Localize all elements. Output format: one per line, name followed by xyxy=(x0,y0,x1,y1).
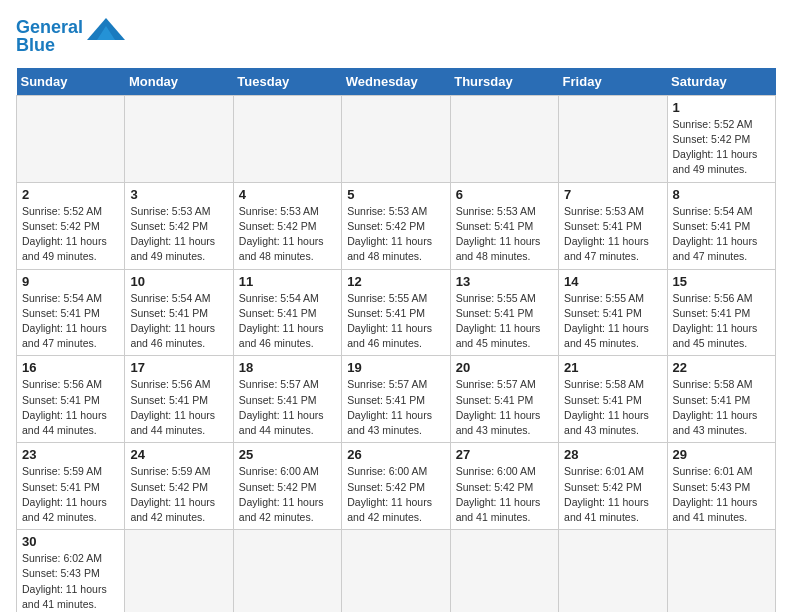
calendar-header-row: SundayMondayTuesdayWednesdayThursdayFrid… xyxy=(17,68,776,96)
day-info: Sunrise: 5:56 AM Sunset: 5:41 PM Dayligh… xyxy=(130,377,227,438)
day-info: Sunrise: 5:54 AM Sunset: 5:41 PM Dayligh… xyxy=(673,204,770,265)
calendar-cell: 9Sunrise: 5:54 AM Sunset: 5:41 PM Daylig… xyxy=(17,269,125,356)
day-number: 1 xyxy=(673,100,770,115)
calendar-cell xyxy=(125,530,233,612)
day-info: Sunrise: 5:53 AM Sunset: 5:42 PM Dayligh… xyxy=(130,204,227,265)
calendar-cell: 12Sunrise: 5:55 AM Sunset: 5:41 PM Dayli… xyxy=(342,269,450,356)
day-number: 24 xyxy=(130,447,227,462)
calendar-cell: 7Sunrise: 5:53 AM Sunset: 5:41 PM Daylig… xyxy=(559,182,667,269)
day-header-sunday: Sunday xyxy=(17,68,125,96)
calendar-cell: 17Sunrise: 5:56 AM Sunset: 5:41 PM Dayli… xyxy=(125,356,233,443)
day-number: 10 xyxy=(130,274,227,289)
day-number: 12 xyxy=(347,274,444,289)
calendar-cell xyxy=(559,530,667,612)
day-info: Sunrise: 5:59 AM Sunset: 5:41 PM Dayligh… xyxy=(22,464,119,525)
day-info: Sunrise: 5:56 AM Sunset: 5:41 PM Dayligh… xyxy=(673,291,770,352)
calendar-body: 1Sunrise: 5:52 AM Sunset: 5:42 PM Daylig… xyxy=(17,95,776,612)
calendar-cell: 15Sunrise: 5:56 AM Sunset: 5:41 PM Dayli… xyxy=(667,269,775,356)
day-info: Sunrise: 5:53 AM Sunset: 5:41 PM Dayligh… xyxy=(564,204,661,265)
day-number: 18 xyxy=(239,360,336,375)
day-info: Sunrise: 5:58 AM Sunset: 5:41 PM Dayligh… xyxy=(564,377,661,438)
calendar-cell: 25Sunrise: 6:00 AM Sunset: 5:42 PM Dayli… xyxy=(233,443,341,530)
day-number: 5 xyxy=(347,187,444,202)
day-info: Sunrise: 5:54 AM Sunset: 5:41 PM Dayligh… xyxy=(130,291,227,352)
calendar-cell: 27Sunrise: 6:00 AM Sunset: 5:42 PM Dayli… xyxy=(450,443,558,530)
day-header-tuesday: Tuesday xyxy=(233,68,341,96)
day-info: Sunrise: 5:59 AM Sunset: 5:42 PM Dayligh… xyxy=(130,464,227,525)
day-number: 4 xyxy=(239,187,336,202)
day-number: 25 xyxy=(239,447,336,462)
day-info: Sunrise: 6:00 AM Sunset: 5:42 PM Dayligh… xyxy=(456,464,553,525)
calendar-week-1: 1Sunrise: 5:52 AM Sunset: 5:42 PM Daylig… xyxy=(17,95,776,182)
calendar-table: SundayMondayTuesdayWednesdayThursdayFrid… xyxy=(16,68,776,612)
day-header-friday: Friday xyxy=(559,68,667,96)
day-info: Sunrise: 5:52 AM Sunset: 5:42 PM Dayligh… xyxy=(22,204,119,265)
day-header-wednesday: Wednesday xyxy=(342,68,450,96)
day-info: Sunrise: 5:52 AM Sunset: 5:42 PM Dayligh… xyxy=(673,117,770,178)
day-number: 27 xyxy=(456,447,553,462)
day-number: 23 xyxy=(22,447,119,462)
calendar-week-5: 23Sunrise: 5:59 AM Sunset: 5:41 PM Dayli… xyxy=(17,443,776,530)
calendar-cell xyxy=(450,530,558,612)
day-number: 15 xyxy=(673,274,770,289)
day-number: 22 xyxy=(673,360,770,375)
day-info: Sunrise: 6:00 AM Sunset: 5:42 PM Dayligh… xyxy=(239,464,336,525)
calendar-cell: 19Sunrise: 5:57 AM Sunset: 5:41 PM Dayli… xyxy=(342,356,450,443)
calendar-cell xyxy=(667,530,775,612)
day-info: Sunrise: 5:54 AM Sunset: 5:41 PM Dayligh… xyxy=(22,291,119,352)
day-info: Sunrise: 5:57 AM Sunset: 5:41 PM Dayligh… xyxy=(347,377,444,438)
day-info: Sunrise: 5:53 AM Sunset: 5:42 PM Dayligh… xyxy=(239,204,336,265)
calendar-cell: 18Sunrise: 5:57 AM Sunset: 5:41 PM Dayli… xyxy=(233,356,341,443)
day-info: Sunrise: 6:00 AM Sunset: 5:42 PM Dayligh… xyxy=(347,464,444,525)
calendar-cell: 3Sunrise: 5:53 AM Sunset: 5:42 PM Daylig… xyxy=(125,182,233,269)
day-number: 8 xyxy=(673,187,770,202)
calendar-cell: 23Sunrise: 5:59 AM Sunset: 5:41 PM Dayli… xyxy=(17,443,125,530)
day-number: 6 xyxy=(456,187,553,202)
day-info: Sunrise: 5:57 AM Sunset: 5:41 PM Dayligh… xyxy=(239,377,336,438)
day-number: 21 xyxy=(564,360,661,375)
day-info: Sunrise: 5:53 AM Sunset: 5:41 PM Dayligh… xyxy=(456,204,553,265)
day-info: Sunrise: 5:56 AM Sunset: 5:41 PM Dayligh… xyxy=(22,377,119,438)
day-number: 2 xyxy=(22,187,119,202)
day-header-thursday: Thursday xyxy=(450,68,558,96)
day-number: 7 xyxy=(564,187,661,202)
calendar-cell: 4Sunrise: 5:53 AM Sunset: 5:42 PM Daylig… xyxy=(233,182,341,269)
day-number: 19 xyxy=(347,360,444,375)
day-info: Sunrise: 5:55 AM Sunset: 5:41 PM Dayligh… xyxy=(456,291,553,352)
logo-icon xyxy=(87,18,125,40)
day-info: Sunrise: 5:54 AM Sunset: 5:41 PM Dayligh… xyxy=(239,291,336,352)
logo-blue-text: Blue xyxy=(16,36,55,56)
calendar-cell: 21Sunrise: 5:58 AM Sunset: 5:41 PM Dayli… xyxy=(559,356,667,443)
calendar-cell xyxy=(233,530,341,612)
calendar-cell xyxy=(233,95,341,182)
calendar-cell: 1Sunrise: 5:52 AM Sunset: 5:42 PM Daylig… xyxy=(667,95,775,182)
calendar-cell: 28Sunrise: 6:01 AM Sunset: 5:42 PM Dayli… xyxy=(559,443,667,530)
calendar-cell: 26Sunrise: 6:00 AM Sunset: 5:42 PM Dayli… xyxy=(342,443,450,530)
calendar-cell xyxy=(342,530,450,612)
calendar-cell: 24Sunrise: 5:59 AM Sunset: 5:42 PM Dayli… xyxy=(125,443,233,530)
day-number: 3 xyxy=(130,187,227,202)
day-info: Sunrise: 5:58 AM Sunset: 5:41 PM Dayligh… xyxy=(673,377,770,438)
day-info: Sunrise: 5:57 AM Sunset: 5:41 PM Dayligh… xyxy=(456,377,553,438)
calendar-cell: 2Sunrise: 5:52 AM Sunset: 5:42 PM Daylig… xyxy=(17,182,125,269)
day-info: Sunrise: 6:01 AM Sunset: 5:43 PM Dayligh… xyxy=(673,464,770,525)
day-number: 26 xyxy=(347,447,444,462)
calendar-cell: 22Sunrise: 5:58 AM Sunset: 5:41 PM Dayli… xyxy=(667,356,775,443)
day-number: 20 xyxy=(456,360,553,375)
day-number: 9 xyxy=(22,274,119,289)
calendar-cell: 20Sunrise: 5:57 AM Sunset: 5:41 PM Dayli… xyxy=(450,356,558,443)
calendar-week-4: 16Sunrise: 5:56 AM Sunset: 5:41 PM Dayli… xyxy=(17,356,776,443)
calendar-week-6: 30Sunrise: 6:02 AM Sunset: 5:43 PM Dayli… xyxy=(17,530,776,612)
calendar-cell: 10Sunrise: 5:54 AM Sunset: 5:41 PM Dayli… xyxy=(125,269,233,356)
day-number: 28 xyxy=(564,447,661,462)
day-header-saturday: Saturday xyxy=(667,68,775,96)
calendar-cell: 11Sunrise: 5:54 AM Sunset: 5:41 PM Dayli… xyxy=(233,269,341,356)
calendar-cell: 29Sunrise: 6:01 AM Sunset: 5:43 PM Dayli… xyxy=(667,443,775,530)
day-number: 30 xyxy=(22,534,119,549)
calendar-cell: 14Sunrise: 5:55 AM Sunset: 5:41 PM Dayli… xyxy=(559,269,667,356)
day-info: Sunrise: 6:01 AM Sunset: 5:42 PM Dayligh… xyxy=(564,464,661,525)
calendar-cell: 30Sunrise: 6:02 AM Sunset: 5:43 PM Dayli… xyxy=(17,530,125,612)
day-number: 13 xyxy=(456,274,553,289)
calendar-cell: 5Sunrise: 5:53 AM Sunset: 5:42 PM Daylig… xyxy=(342,182,450,269)
day-number: 16 xyxy=(22,360,119,375)
